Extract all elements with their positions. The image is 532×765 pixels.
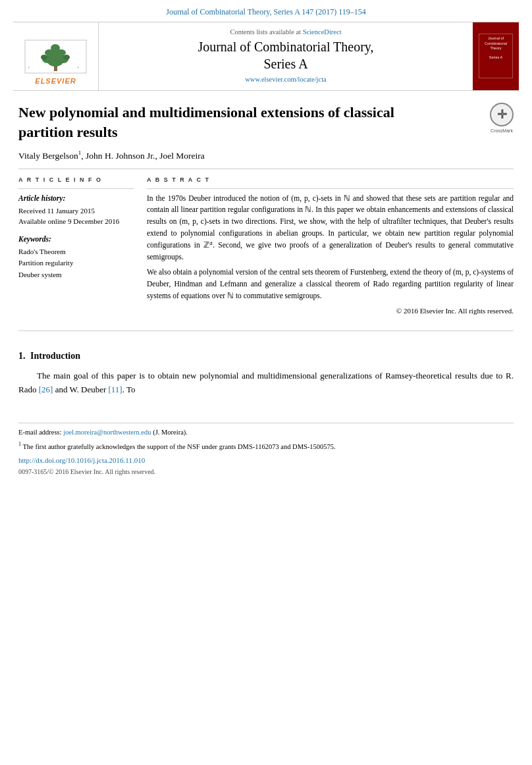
- title-divider: [18, 169, 514, 169]
- article-info-col: A R T I C L E I N F O Article history: R…: [18, 176, 134, 316]
- keyword-3: Deuber system: [18, 269, 134, 281]
- email-footnote: E-mail address: joel.moreira@northwester…: [18, 427, 514, 438]
- abstract-col: A B S T R A C T In the 1970s Deuber intr…: [147, 176, 514, 316]
- journal-cover-icon: Journal ofCombinatorialTheorySeries A: [479, 34, 513, 78]
- abstract-para1: In the 1970s Deuber introduced the notio…: [147, 193, 514, 263]
- keyword-2: Partition regularity: [18, 257, 134, 269]
- article-info-label: A R T I C L E I N F O: [18, 176, 134, 184]
- acknowledgement-footnote: 1 The first author gratefully acknowledg…: [18, 440, 514, 452]
- svg-point-8: [51, 44, 60, 52]
- ref-26[interactable]: [26]: [39, 384, 53, 394]
- keyword-1: Rado's Theorem: [18, 246, 134, 258]
- journal-url[interactable]: www.elsevier.com/locate/jcta: [245, 75, 327, 85]
- contents-available-text: Contents lists available at ScienceDirec…: [230, 28, 341, 38]
- title-row: New polynomial and multidimensional exte…: [18, 103, 514, 142]
- journal-icon-text: Journal ofCombinatorialTheorySeries A: [485, 36, 507, 60]
- issn-text: 0097-3165/© 2016 Elsevier Inc. All right…: [18, 467, 514, 477]
- journal-header: ⚘ ⚘ ELSEVIER Contents lists available at…: [13, 22, 519, 91]
- section-number: 1.: [18, 351, 26, 361]
- email-link[interactable]: joel.moreira@northwestern.edu: [63, 429, 151, 436]
- introduction-body: The main goal of this paper is to obtain…: [18, 369, 514, 397]
- svg-point-9: [41, 55, 47, 60]
- received-date: Received 11 January 2015: [18, 205, 134, 217]
- introduction-heading: 1. Introduction: [18, 350, 514, 363]
- article-title: New polynomial and multidimensional exte…: [18, 103, 458, 142]
- elsevier-tree-logo: ⚘ ⚘: [24, 40, 87, 74]
- keywords-label: Keywords:: [18, 234, 134, 244]
- section-title: Introduction: [30, 351, 80, 361]
- article-history-label: Article history:: [18, 193, 134, 203]
- intro-paragraph: The main goal of this paper is to obtain…: [18, 369, 514, 397]
- journal-title: Journal of Combinatorial Theory, Series …: [198, 38, 373, 72]
- crossmark-label: CrossMark: [491, 128, 513, 134]
- main-content: New polynomial and multidimensional exte…: [0, 91, 532, 403]
- abstract-text: In the 1970s Deuber introduced the notio…: [147, 193, 514, 302]
- svg-point-10: [63, 55, 70, 60]
- info-divider: [18, 188, 134, 189]
- elsevier-logo-section: ⚘ ⚘ ELSEVIER: [13, 22, 99, 90]
- doi-link[interactable]: http://dx.doi.org/10.1016/j.jcta.2016.11…: [18, 456, 514, 465]
- abstract-para2: We also obtain a polynomial version of t…: [147, 267, 514, 302]
- copyright-line: © 2016 Elsevier Inc. All rights reserved…: [147, 306, 514, 316]
- journal-citation: Journal of Combinatorial Theory, Series …: [0, 0, 532, 22]
- journal-icon-section: Journal ofCombinatorialTheorySeries A: [473, 22, 519, 90]
- journal-title-section: Contents lists available at ScienceDirec…: [99, 22, 473, 90]
- crossmark-icon: ✛: [490, 103, 514, 126]
- footer-section: E-mail address: joel.moreira@northwester…: [18, 423, 514, 476]
- authors-line: Vitaly Bergelson1, John H. Johnson Jr., …: [18, 149, 514, 162]
- elsevier-wordmark: ELSEVIER: [35, 76, 76, 86]
- ref-11[interactable]: [11]: [109, 384, 122, 394]
- crossmark-badge[interactable]: ✛ CrossMark: [490, 103, 514, 134]
- abstract-label: A B S T R A C T: [147, 176, 514, 184]
- svg-text:⚘: ⚘: [28, 66, 30, 69]
- abstract-divider: [147, 188, 514, 189]
- available-online-date: Available online 9 December 2016: [18, 216, 134, 227]
- content-divider: [18, 330, 514, 331]
- svg-text:⚘: ⚘: [77, 66, 80, 69]
- info-abstract-section: A R T I C L E I N F O Article history: R…: [18, 176, 514, 316]
- sciencedirect-link[interactable]: ScienceDirect: [303, 28, 342, 36]
